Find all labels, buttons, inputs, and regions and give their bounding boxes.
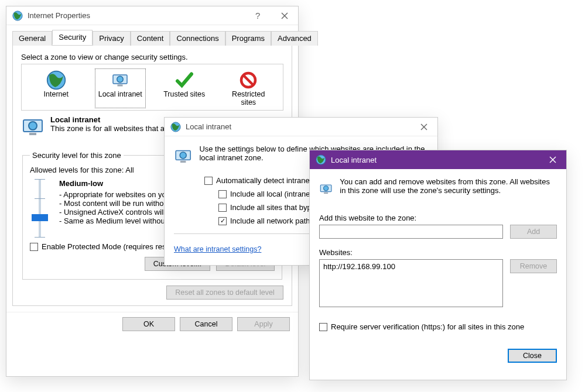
zone-large-icon — [21, 115, 45, 140]
titlebar-local-intranet-sites: Local intranet — [310, 150, 566, 169]
add-website-input[interactable] — [319, 225, 503, 239]
what-are-intranet-link[interactable]: What are intranet settings? — [174, 245, 261, 253]
ok-button[interactable]: OK — [122, 317, 175, 331]
zone-label: Internet — [32, 90, 80, 98]
zone-internet[interactable]: Internet — [32, 70, 80, 106]
zone-prompt: Select a zone to view or change security… — [21, 53, 283, 61]
checkbox-box — [218, 204, 227, 212]
websites-listbox[interactable]: http://192.168.99.100 — [319, 259, 503, 307]
zone-label: Trusted sites — [160, 90, 208, 98]
window-title: Internet Properties — [28, 11, 249, 20]
tab-connections[interactable]: Connections — [170, 31, 225, 46]
checkbox-box — [30, 243, 38, 251]
zone-label: Local intranet — [97, 90, 145, 98]
zone-local-intranet[interactable]: Local intranet — [97, 70, 145, 106]
tab-privacy[interactable]: Privacy — [93, 31, 131, 46]
globe-icon — [46, 70, 66, 90]
globe-icon — [316, 154, 326, 165]
security-level-legend: Security level for this zone — [30, 151, 124, 160]
require-https-checkbox[interactable]: Require server verification (https:) for… — [319, 322, 557, 331]
checkbox-box — [218, 217, 227, 225]
dialog-title: Local intranet — [331, 156, 543, 164]
checkbox-box — [204, 177, 213, 185]
remove-button[interactable]: Remove — [510, 259, 557, 273]
monitor-globe-icon — [174, 145, 192, 168]
close-button[interactable] — [275, 9, 295, 23]
add-button[interactable]: Add — [510, 225, 557, 239]
close-button[interactable] — [414, 120, 434, 134]
add-website-label: Add this website to the zone: — [319, 214, 557, 222]
apply-button[interactable]: Apply — [237, 317, 290, 331]
tab-programs[interactable]: Programs — [225, 31, 271, 46]
close-button[interactable] — [543, 153, 563, 167]
checkbox-box — [319, 323, 327, 331]
titlebar-internet-properties: Internet Properties — [6, 6, 298, 25]
slider-thumb[interactable] — [32, 214, 48, 221]
tab-advanced[interactable]: Advanced — [271, 31, 318, 46]
tab-general[interactable]: General — [12, 31, 52, 46]
help-button[interactable] — [249, 9, 269, 23]
dialog-title: Local intranet — [186, 122, 414, 131]
monitor-globe-icon — [21, 115, 45, 139]
cancel-button[interactable]: Cancel — [180, 317, 232, 331]
reset-all-zones-button[interactable]: Reset all zones to default level — [166, 286, 283, 300]
checkbox-label: Require server verification (https:) for… — [331, 322, 524, 331]
monitor-globe-icon — [319, 177, 333, 201]
zone-list: Internet Local intranet Trusted sites Re… — [21, 64, 283, 111]
security-level-slider[interactable] — [33, 179, 46, 238]
dialog-message: You can add and remove websites from thi… — [340, 177, 557, 201]
globe-icon — [12, 11, 23, 21]
monitor-globe-icon — [110, 71, 130, 89]
close-dialog-button[interactable]: Close — [508, 349, 557, 363]
websites-label: Websites: — [319, 248, 557, 257]
zone-trusted[interactable]: Trusted sites — [160, 70, 208, 106]
zone-restricted[interactable]: Restricted sites — [225, 70, 273, 106]
tab-strip: General Security Privacy Content Connect… — [6, 25, 298, 45]
website-item[interactable]: http://192.168.99.100 — [323, 262, 499, 271]
restricted-icon — [240, 71, 257, 89]
tab-security[interactable]: Security — [52, 30, 93, 45]
globe-icon — [170, 122, 181, 132]
titlebar-local-intranet-settings: Local intranet — [165, 118, 437, 136]
check-icon — [176, 71, 193, 89]
checkbox-box — [218, 190, 227, 198]
zone-label: Restricted sites — [225, 90, 273, 106]
tab-content[interactable]: Content — [131, 31, 170, 46]
